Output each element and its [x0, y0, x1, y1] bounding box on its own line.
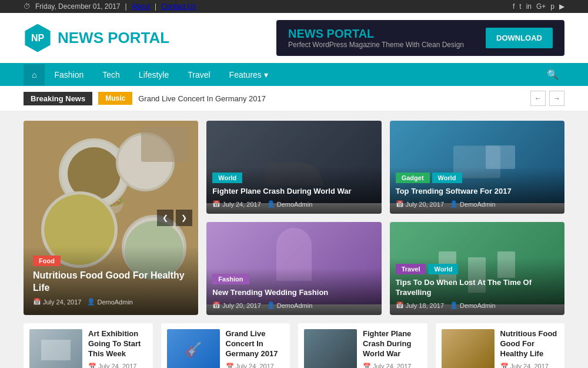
- about-link[interactable]: About: [132, 2, 150, 11]
- featured-card-title: Nutritious Food Good For Healthy Life: [33, 270, 189, 294]
- youtube-icon[interactable]: ▶: [559, 2, 564, 11]
- card-crash-title: Fighter Plane Crash During World War: [212, 187, 375, 197]
- small-card-exhibition-img: [29, 329, 82, 368]
- small-card-exhibition-title: Art Exhibition Going To Start This Week: [88, 329, 147, 359]
- featured-card-meta: 📅 July 24, 2017 👤 DemoAdmin: [33, 298, 189, 306]
- card-travel-author: 👤 DemoAdmin: [450, 301, 496, 309]
- logo-text: NEWS PORTAL: [58, 29, 169, 47]
- card-software-overlay: Gadget World Top Trending Software For 2…: [390, 167, 564, 214]
- small-card-food-date: 📅 July 24, 2017: [500, 363, 559, 368]
- date-text: Friday, December 01, 2017: [35, 2, 121, 11]
- googleplus-icon[interactable]: G+: [536, 2, 546, 11]
- card-travel[interactable]: Travel World Tips To Do When Lost At The…: [390, 222, 564, 315]
- ad-banner: NEWS PORTAL Perfect WordPress Magazine T…: [276, 20, 564, 56]
- breaking-news-text: Grand Live Concert In Germany 2017: [138, 94, 524, 103]
- ad-download-button[interactable]: DOWNLOAD: [486, 28, 553, 48]
- breaking-prev-button[interactable]: ←: [530, 91, 546, 106]
- card-fashion-title: New Trending Wedding Fashion: [212, 288, 375, 298]
- card-fashion-overlay: Fashion New Trending Wedding Fashion 📅 J…: [206, 268, 381, 315]
- small-card-concert-title: Grand Live Concert In Germany 2017: [226, 329, 285, 359]
- featured-category-badge: Food: [33, 256, 61, 266]
- main-nav: ⌂ Fashion Tech Lifestyle Travel Features…: [0, 63, 588, 86]
- card-travel-category-world: World: [428, 264, 458, 274]
- small-card-food-info: Nutritious Food Good For Healthy Life 📅 …: [500, 329, 559, 368]
- ad-banner-text: NEWS PORTAL Perfect WordPress Magazine T…: [288, 27, 464, 49]
- featured-date: 📅 July 24, 2017: [33, 298, 81, 306]
- featured-author: 👤 DemoAdmin: [87, 298, 133, 306]
- twitter-icon[interactable]: t: [519, 2, 521, 11]
- contact-link[interactable]: Contact Us: [161, 2, 196, 11]
- small-card-crash-meta: 📅 July 24, 2017 👤 DemoAdmin: [363, 363, 422, 368]
- facebook-icon[interactable]: f: [513, 2, 514, 11]
- card-software-meta: 📅 July 20, 2017 👤 DemoAdmin: [396, 200, 559, 208]
- card-crash-category: World: [212, 173, 242, 183]
- card-software-category-gadget: Gadget: [396, 173, 430, 183]
- small-card-concert-info: Grand Live Concert In Germany 2017 📅 Jul…: [226, 329, 285, 368]
- breaking-next-button[interactable]: →: [549, 91, 564, 106]
- card-travel-title: Tips To Do When Lost At The Time Of Trav…: [396, 278, 559, 298]
- small-card-exhibition-info: Art Exhibition Going To Start This Week …: [88, 329, 147, 368]
- small-card-crash-img: [304, 329, 357, 368]
- logo-hex: NP: [24, 24, 52, 52]
- small-card-concert-meta: 📅 July 24, 2017 👤 DemoAdmin: [226, 363, 285, 368]
- small-card-crash-info: Fighter Plane Crash During World War 📅 J…: [363, 329, 422, 368]
- card-software-author: 👤 DemoAdmin: [450, 200, 496, 208]
- nav-item-travel[interactable]: Travel: [178, 64, 219, 85]
- header: NP NEWS PORTAL NEWS PORTAL Perfect WordP…: [0, 13, 588, 63]
- card-travel-meta: 📅 July 18, 2017 👤 DemoAdmin: [396, 301, 559, 309]
- nav-item-lifestyle[interactable]: Lifestyle: [129, 64, 178, 85]
- ad-title: NEWS PORTAL: [288, 27, 464, 41]
- card-travel-category-travel: Travel: [396, 264, 426, 274]
- card-fashion-author: 👤 DemoAdmin: [267, 301, 313, 309]
- card-software[interactable]: Gadget World Top Trending Software For 2…: [390, 121, 564, 214]
- content-grid: ❮ ❯ Food Nutritious Food Good For Health…: [24, 121, 564, 315]
- top-bar-left: ⏱ Friday, December 01, 2017 | About | Co…: [24, 2, 196, 11]
- card-crash[interactable]: World Fighter Plane Crash During World W…: [206, 121, 381, 214]
- card-travel-date: 📅 July 18, 2017: [396, 301, 444, 309]
- small-card-exhibition[interactable]: Art Exhibition Going To Start This Week …: [24, 323, 153, 368]
- image-nav: ❮ ❯: [157, 210, 192, 226]
- nav-item-features[interactable]: Features ▾: [220, 64, 278, 85]
- small-card-crash-title: Fighter Plane Crash During World War: [363, 329, 422, 359]
- breaking-category-badge: Music: [98, 92, 132, 105]
- nav-left: ⌂ Fashion Tech Lifestyle Travel Features…: [24, 64, 278, 85]
- card-fashion-category: Fashion: [212, 274, 249, 284]
- top-bar: ⏱ Friday, December 01, 2017 | About | Co…: [0, 0, 588, 13]
- card-crash-author: 👤 DemoAdmin: [267, 200, 313, 208]
- card-software-category-world: World: [432, 173, 462, 183]
- small-card-exhibition-date: 📅 July 24, 2017: [88, 363, 147, 368]
- card-crash-date: 📅 July 24, 2017: [212, 200, 260, 208]
- social-icons: f t in G+ p ▶: [513, 2, 564, 11]
- nav-home-button[interactable]: ⌂: [24, 64, 45, 85]
- breaking-nav: ← →: [530, 91, 564, 106]
- card-crash-overlay: World Fighter Plane Crash During World W…: [206, 167, 381, 214]
- separator: |: [125, 2, 127, 11]
- card-fashion-meta: 📅 July 20, 2017 👤 DemoAdmin: [212, 301, 375, 309]
- small-card-crash[interactable]: Fighter Plane Crash During World War 📅 J…: [298, 323, 427, 368]
- small-card-food-title: Nutritious Food Good For Healthy Life: [500, 329, 559, 359]
- img-prev-button[interactable]: ❮: [157, 210, 173, 226]
- breaking-news-bar: Breaking News Music Grand Live Concert I…: [0, 86, 588, 111]
- nav-item-tech[interactable]: Tech: [93, 64, 129, 85]
- nav-item-fashion[interactable]: Fashion: [45, 64, 93, 85]
- small-card-crash-date: 📅 July 24, 2017: [363, 363, 422, 368]
- small-card-concert-date: 📅 July 24, 2017: [226, 363, 285, 368]
- small-card-food[interactable]: Nutritious Food Good For Healthy Life 📅 …: [436, 323, 565, 368]
- ad-subtitle: Perfect WordPress Magazine Theme With Cl…: [288, 41, 464, 49]
- pinterest-icon[interactable]: p: [550, 2, 554, 11]
- featured-card[interactable]: ❮ ❯ Food Nutritious Food Good For Health…: [24, 121, 198, 315]
- small-card-food-meta: 📅 July 24, 2017 👤 DemoAdmin: [500, 363, 559, 368]
- logo[interactable]: NP NEWS PORTAL: [24, 24, 169, 52]
- nav-search-button[interactable]: 🔍: [541, 63, 564, 86]
- card-crash-meta: 📅 July 24, 2017 👤 DemoAdmin: [212, 200, 375, 208]
- separator2: |: [155, 2, 156, 11]
- bottom-cards: Art Exhibition Going To Start This Week …: [24, 323, 564, 368]
- breaking-news-label: Breaking News: [24, 92, 92, 105]
- linkedin-icon[interactable]: in: [526, 2, 532, 11]
- small-card-food-img: [442, 329, 495, 368]
- card-fashion[interactable]: Fashion New Trending Wedding Fashion 📅 J…: [206, 222, 381, 315]
- small-card-concert[interactable]: 🎸 Grand Live Concert In Germany 2017 📅 J…: [161, 323, 290, 368]
- card-travel-overlay: Travel World Tips To Do When Lost At The…: [390, 258, 564, 315]
- small-card-exhibition-meta: 📅 July 24, 2017 👤 DemoAdmin: [88, 363, 147, 368]
- img-next-button[interactable]: ❯: [176, 210, 192, 226]
